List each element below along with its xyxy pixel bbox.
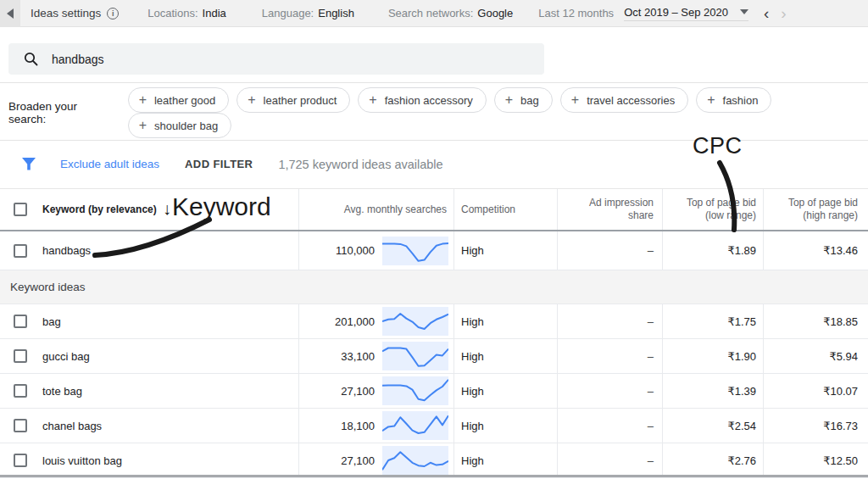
keyword-ideas-section-label: Keyword ideas xyxy=(0,270,868,304)
searches-cell: 18,100 xyxy=(298,409,453,443)
back-button[interactable] xyxy=(0,0,20,27)
date-range-selector[interactable]: Oct 2019 – Sep 2020 xyxy=(624,6,748,21)
back-icon xyxy=(7,8,14,19)
searches-cell: 110,000 xyxy=(298,231,453,270)
table-header-row: Keyword (by relevance) Avg. monthly sear… xyxy=(0,189,868,231)
plus-icon: + xyxy=(248,92,255,108)
keyword-text: tote bag xyxy=(42,385,82,398)
divider xyxy=(0,82,868,83)
competition-header[interactable]: Competition xyxy=(453,189,557,230)
row-checkbox[interactable] xyxy=(14,419,27,432)
row-checkbox-cell xyxy=(0,374,38,408)
topbar: Ideas settings i Locations: India Langua… xyxy=(0,0,868,27)
next-period-button[interactable]: › xyxy=(779,5,787,21)
trend-sparkline xyxy=(382,307,448,336)
plus-icon: + xyxy=(571,92,579,108)
keyword-search-input[interactable]: handbags xyxy=(8,43,544,75)
keyword-cell: chanel bags xyxy=(38,409,298,443)
bid-low-cell: ₹1.90 xyxy=(662,339,763,373)
chip-label: leather product xyxy=(264,94,337,107)
competition-value: High xyxy=(461,454,484,467)
broaden-chip[interactable]: +bag xyxy=(494,87,553,113)
info-icon[interactable]: i xyxy=(107,8,119,19)
row-checkbox[interactable] xyxy=(14,244,27,258)
broaden-chip[interactable]: +leather good xyxy=(128,87,230,113)
bid-low-cell: ₹1.39 xyxy=(662,374,763,408)
date-range-value: Oct 2019 – Sep 2020 xyxy=(624,6,728,19)
row-checkbox-cell xyxy=(0,304,38,338)
broaden-chips: +leather good+leather product+fashion ac… xyxy=(128,87,865,138)
ad-share-value: – xyxy=(648,315,654,328)
add-filter-button[interactable]: ADD FILTER xyxy=(185,158,253,170)
chip-label: shoulder bag xyxy=(154,120,218,132)
broaden-chip[interactable]: +shoulder bag xyxy=(128,113,232,138)
prev-period-button[interactable]: ‹ xyxy=(762,5,771,21)
table-row: gucci bag 33,100 High – ₹1.90 ₹5.94 xyxy=(0,339,868,374)
bid-low-value: ₹1.90 xyxy=(727,350,756,363)
bid-low-cell: ₹2.54 xyxy=(662,409,763,443)
row-checkbox[interactable] xyxy=(14,349,27,363)
language-setting[interactable]: Language: English xyxy=(262,7,354,19)
broaden-chip[interactable]: +travel accessories xyxy=(560,87,688,113)
top-of-page-bid-high-header[interactable]: Top of page bid(high range) xyxy=(763,189,868,230)
competition-cell: High xyxy=(453,374,557,408)
bid-low-cell: ₹1.89 xyxy=(662,231,763,270)
searches-header[interactable]: Avg. monthly searches xyxy=(298,189,453,230)
bid-high-cell: ₹12.50 xyxy=(763,443,868,477)
search-query-text: handbags xyxy=(52,53,104,66)
bid-high-cell: ₹18.85 xyxy=(763,304,868,338)
ad-share-cell: – xyxy=(557,443,662,477)
keyword-cell: handbags xyxy=(38,231,298,270)
searches-cell: 33,100 xyxy=(298,339,453,373)
keyword-text: louis vuitton bag xyxy=(42,454,122,467)
competition-value: High xyxy=(461,350,484,363)
keyword-planner-page: Ideas settings i Locations: India Langua… xyxy=(0,0,868,479)
keyword-text: chanel bags xyxy=(42,420,102,432)
filter-funnel-icon[interactable] xyxy=(21,158,36,170)
ad-impression-share-header[interactable]: Ad impressionshare xyxy=(557,189,662,230)
chip-label: bag xyxy=(520,94,539,107)
bid-low-cell: ₹2.76 xyxy=(662,443,763,477)
networks-label: Search networks: xyxy=(388,7,473,19)
networks-value: Google xyxy=(477,7,513,19)
bid-low-value: ₹1.75 xyxy=(727,315,756,328)
plus-icon: + xyxy=(707,92,715,108)
bid-low-value: ₹2.76 xyxy=(727,454,756,467)
bid-high-value: ₹18.85 xyxy=(823,315,858,328)
networks-setting[interactable]: Search networks: Google xyxy=(388,7,513,19)
locations-setting[interactable]: Locations: India xyxy=(147,7,225,19)
searches-cell: 27,100 xyxy=(298,374,453,408)
table-row: handbags 110,000 High – ₹1.89 ₹13.46 xyxy=(0,231,868,270)
trend-sparkline xyxy=(382,342,448,370)
select-all-checkbox[interactable] xyxy=(14,203,27,216)
row-checkbox-cell xyxy=(0,231,38,270)
competition-cell: High xyxy=(453,231,557,270)
row-checkbox[interactable] xyxy=(14,454,27,467)
broaden-chip[interactable]: +leather product xyxy=(236,87,350,113)
keyword-cell: gucci bag xyxy=(38,339,298,373)
keyword-ideas-count: 1,725 keyword ideas available xyxy=(278,158,442,171)
bid-high-value: ₹10.07 xyxy=(823,385,858,398)
trend-sparkline xyxy=(382,237,448,265)
language-label: Language: xyxy=(262,7,314,19)
bid-low-value: ₹2.54 xyxy=(727,420,756,432)
ad-share-cell: – xyxy=(557,304,662,338)
keyword-table: Keyword (by relevance) Avg. monthly sear… xyxy=(0,188,868,478)
top-of-page-bid-low-header[interactable]: Top of page bid(low range) xyxy=(662,189,763,230)
ad-share-cell: – xyxy=(557,339,662,373)
row-checkbox-cell xyxy=(0,443,38,477)
searches-value: 18,100 xyxy=(341,420,375,432)
broaden-chip[interactable]: +fashion accessory xyxy=(358,87,486,113)
row-checkbox[interactable] xyxy=(14,384,27,398)
chip-label: fashion accessory xyxy=(385,94,473,107)
ideas-settings-button[interactable]: Ideas settings xyxy=(31,7,101,19)
competition-cell: High xyxy=(453,443,557,477)
chip-label: leather good xyxy=(154,94,215,107)
broaden-chip[interactable]: +fashion xyxy=(696,87,771,113)
ad-share-cell: – xyxy=(557,231,662,270)
down-arrow-glyph: ↓ xyxy=(163,199,171,219)
row-checkbox[interactable] xyxy=(14,315,27,328)
plus-icon: + xyxy=(139,118,147,133)
table-row: louis vuitton bag 27,100 High – ₹2.76 ₹1… xyxy=(0,443,868,478)
exclude-adult-ideas-link[interactable]: Exclude adult ideas xyxy=(60,158,159,170)
